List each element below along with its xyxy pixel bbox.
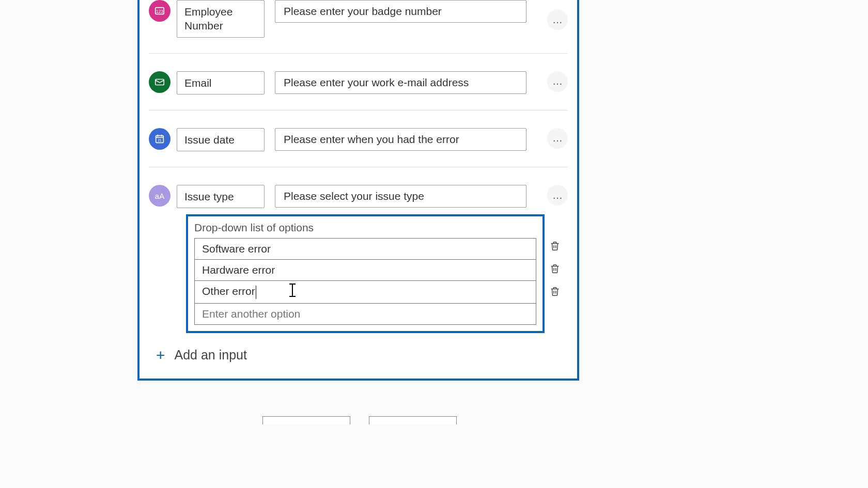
input-prompt-field[interactable]: Please enter your badge number bbox=[275, 0, 526, 23]
flow-inputs-card: 123 Employee Number Please enter your ba… bbox=[137, 0, 579, 381]
more-icon[interactable]: … bbox=[547, 9, 568, 30]
more-icon[interactable]: … bbox=[547, 71, 568, 92]
dropdown-option-input[interactable]: Software error bbox=[195, 239, 536, 260]
input-name-field[interactable]: Email bbox=[177, 71, 265, 95]
input-row-issue-date: 21 Issue date Please enter when you had … bbox=[149, 111, 568, 167]
button-stub[interactable] bbox=[262, 416, 350, 424]
svg-text:123: 123 bbox=[156, 9, 163, 14]
dropdown-option-input[interactable]: Other error bbox=[195, 281, 536, 303]
input-name-field[interactable]: Issue type bbox=[177, 185, 265, 208]
trash-icon[interactable] bbox=[549, 240, 561, 253]
input-prompt-field[interactable]: Please enter your work e-mail address bbox=[275, 71, 526, 94]
input-name-field[interactable]: Employee Number bbox=[177, 0, 265, 38]
input-prompt-field[interactable]: Please enter when you had the error bbox=[275, 128, 526, 151]
calendar-icon: 21 bbox=[149, 128, 171, 150]
plus-icon: + bbox=[156, 348, 165, 363]
dropdown-option-input[interactable]: Hardware error bbox=[195, 260, 536, 281]
text-cursor-icon bbox=[292, 284, 293, 296]
input-row-issue-type: aA Issue type Please select your issue t… bbox=[149, 167, 568, 363]
dropdown-new-option-input[interactable]: Enter another option bbox=[195, 304, 536, 324]
dropdown-options-editor: Drop-down list of options Software error… bbox=[186, 214, 545, 333]
input-name-field[interactable]: Issue date bbox=[177, 128, 265, 151]
input-row-email: Email Please enter your work e-mail addr… bbox=[149, 54, 568, 111]
text-icon: aA bbox=[149, 185, 171, 207]
number-icon: 123 bbox=[149, 0, 171, 22]
add-input-button[interactable]: + Add an input bbox=[149, 333, 568, 363]
add-input-label: Add an input bbox=[175, 348, 247, 363]
dropdown-delete-column bbox=[549, 240, 561, 298]
button-stub[interactable] bbox=[369, 416, 457, 424]
email-icon bbox=[149, 71, 171, 93]
dropdown-options-list: Software error Hardware error Other erro… bbox=[194, 238, 536, 324]
bottom-button-stubs bbox=[262, 416, 457, 424]
more-icon[interactable]: … bbox=[547, 185, 568, 206]
more-icon[interactable]: … bbox=[547, 128, 568, 149]
svg-text:21: 21 bbox=[158, 138, 162, 141]
trash-icon[interactable] bbox=[549, 286, 561, 298]
input-prompt-field[interactable]: Please select your issue type bbox=[275, 185, 526, 208]
dropdown-title: Drop-down list of options bbox=[194, 222, 536, 234]
trash-icon[interactable] bbox=[549, 263, 561, 275]
input-row-employee-number: 123 Employee Number Please enter your ba… bbox=[149, 0, 568, 54]
